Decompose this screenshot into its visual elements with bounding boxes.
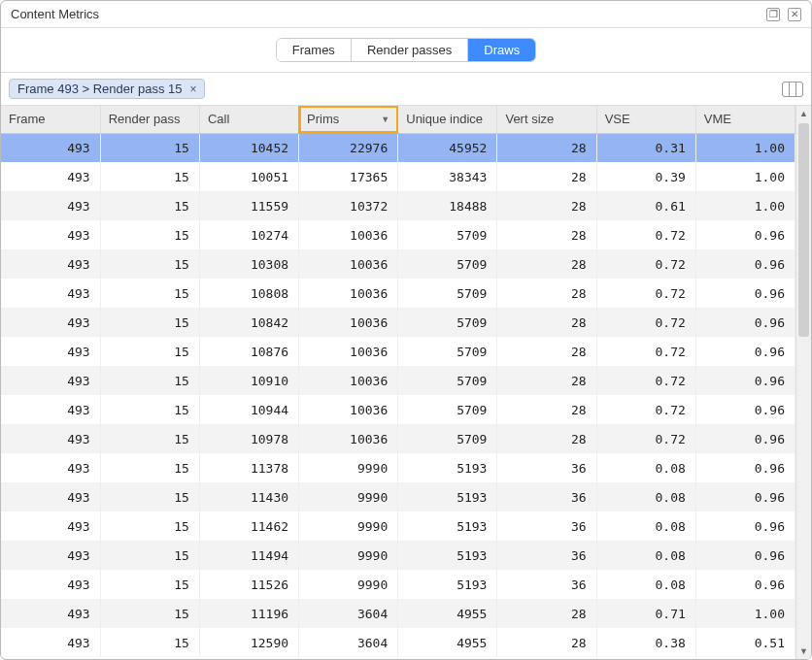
table-row[interactable]: 493151143099905193360.080.96 xyxy=(1,482,795,512)
cell: 11526 xyxy=(199,570,298,599)
table-row[interactable]: 4931510978100365709280.720.96 xyxy=(1,424,795,453)
table-row[interactable]: 4931510808100365709280.720.96 xyxy=(1,279,795,308)
cell: 493 xyxy=(1,191,100,220)
table-row[interactable]: 4931510944100365709280.720.96 xyxy=(1,395,795,424)
cell: 0.96 xyxy=(695,308,795,337)
columns-icon[interactable] xyxy=(782,82,803,97)
cell: 5709 xyxy=(398,220,497,249)
sort-desc-icon: ▼ xyxy=(381,115,389,124)
close-icon[interactable]: ✕ xyxy=(788,8,801,21)
vertical-scrollbar[interactable]: ▲ ▼ xyxy=(795,106,811,659)
cell: 0.96 xyxy=(695,482,795,512)
col-header-unique-indice[interactable]: Unique indice xyxy=(398,106,497,133)
restore-icon[interactable]: ❐ xyxy=(766,8,780,21)
cell: 493 xyxy=(1,220,100,249)
cell: 15 xyxy=(100,424,199,453)
cell: 0.08 xyxy=(596,541,695,570)
cell: 5193 xyxy=(398,512,497,541)
table-row[interactable]: 4931510274100365709280.720.96 xyxy=(1,220,795,249)
cell: 0.96 xyxy=(695,220,795,249)
content-metrics-window: Content Metrics ❐ ✕ FramesRender passesD… xyxy=(0,0,812,660)
tab-draws[interactable]: Draws xyxy=(467,39,535,61)
table-row[interactable]: 493151149499905193360.080.96 xyxy=(1,541,795,570)
table-row[interactable]: 4931510842100365709280.720.96 xyxy=(1,308,795,337)
cell: 10978 xyxy=(199,424,298,453)
cell: 493 xyxy=(1,133,100,162)
cell: 5193 xyxy=(398,570,497,599)
cell: 493 xyxy=(1,453,100,482)
segmented-control: FramesRender passesDraws xyxy=(276,38,536,62)
tab-frames[interactable]: Frames xyxy=(277,39,351,61)
cell: 38343 xyxy=(398,162,497,191)
cell: 0.72 xyxy=(596,424,695,453)
table-scroll[interactable]: FrameRender passCallPrims▼Unique indiceV… xyxy=(1,106,795,659)
table-row[interactable]: 493151259036044955280.380.51 xyxy=(1,628,795,657)
col-header-prims[interactable]: Prims▼ xyxy=(299,106,398,133)
cell: 4955 xyxy=(398,599,497,628)
cell: 493 xyxy=(1,482,100,512)
cell: 15 xyxy=(100,308,199,337)
cell: 0.72 xyxy=(596,395,695,424)
table-row[interactable]: 4931510910100365709280.720.96 xyxy=(1,366,795,395)
cell: 15 xyxy=(100,366,199,395)
cell: 10036 xyxy=(299,424,398,453)
cell: 0.72 xyxy=(596,366,695,395)
cell: 28 xyxy=(497,162,596,191)
cell: 10308 xyxy=(199,249,298,279)
col-header-frame[interactable]: Frame xyxy=(1,106,100,133)
cell: 18488 xyxy=(398,191,497,220)
cell: 493 xyxy=(1,424,100,453)
cell: 5709 xyxy=(398,337,497,366)
cell: 4955 xyxy=(398,628,497,657)
col-header-vme[interactable]: VME xyxy=(695,106,795,133)
cell: 0.72 xyxy=(596,249,695,279)
cell: 10372 xyxy=(299,191,398,220)
cell: 5709 xyxy=(398,366,497,395)
cell: 1.00 xyxy=(695,162,795,191)
cell: 0.72 xyxy=(596,337,695,366)
cell: 1.00 xyxy=(695,599,795,628)
table-row[interactable]: 4931510876100365709280.720.96 xyxy=(1,337,795,366)
table-row[interactable]: 49315104522297645952280.311.00 xyxy=(1,133,795,162)
col-header-call[interactable]: Call xyxy=(199,106,298,133)
cell: 493 xyxy=(1,337,100,366)
titlebar: Content Metrics ❐ ✕ xyxy=(1,1,811,28)
cell: 0.31 xyxy=(596,133,695,162)
breadcrumb-text: Frame 493 > Render pass 15 xyxy=(17,82,182,96)
breadcrumb-chip[interactable]: Frame 493 > Render pass 15 × xyxy=(9,79,205,99)
table-row[interactable]: 49315100511736538343280.391.00 xyxy=(1,162,795,191)
cell: 9990 xyxy=(299,482,398,512)
cell: 9990 xyxy=(299,541,398,570)
cell: 493 xyxy=(1,628,100,657)
cell: 45952 xyxy=(398,133,497,162)
scroll-thumb[interactable] xyxy=(798,123,809,337)
tab-render-passes[interactable]: Render passes xyxy=(351,39,467,61)
cell: 28 xyxy=(497,279,596,308)
scroll-up-icon[interactable]: ▲ xyxy=(796,106,811,121)
scroll-down-icon[interactable]: ▼ xyxy=(796,644,811,659)
cell: 15 xyxy=(100,570,199,599)
cell: 5193 xyxy=(398,453,497,482)
cell: 0.38 xyxy=(596,628,695,657)
breadcrumb-close-icon[interactable]: × xyxy=(189,82,196,96)
table-row[interactable]: 493151137899905193360.080.96 xyxy=(1,453,795,482)
table-row[interactable]: 49315115591037218488280.611.00 xyxy=(1,191,795,220)
col-header-vse[interactable]: VSE xyxy=(596,106,695,133)
cell: 10036 xyxy=(299,308,398,337)
cell: 493 xyxy=(1,512,100,541)
table-row[interactable]: 493151119636044955280.711.00 xyxy=(1,599,795,628)
cell: 5709 xyxy=(398,395,497,424)
metrics-table: FrameRender passCallPrims▼Unique indiceV… xyxy=(1,106,795,657)
cell: 36 xyxy=(497,570,596,599)
cell: 0.08 xyxy=(596,453,695,482)
table-row[interactable]: 493151152699905193360.080.96 xyxy=(1,570,795,599)
table-row[interactable]: 4931510308100365709280.720.96 xyxy=(1,249,795,279)
cell: 28 xyxy=(497,366,596,395)
cell: 10910 xyxy=(199,366,298,395)
cell: 11462 xyxy=(199,512,298,541)
col-header-vert-size[interactable]: Vert size xyxy=(497,106,596,133)
cell: 0.72 xyxy=(596,220,695,249)
col-header-render-pass[interactable]: Render pass xyxy=(100,106,199,133)
cell: 0.72 xyxy=(596,308,695,337)
table-row[interactable]: 493151146299905193360.080.96 xyxy=(1,512,795,541)
